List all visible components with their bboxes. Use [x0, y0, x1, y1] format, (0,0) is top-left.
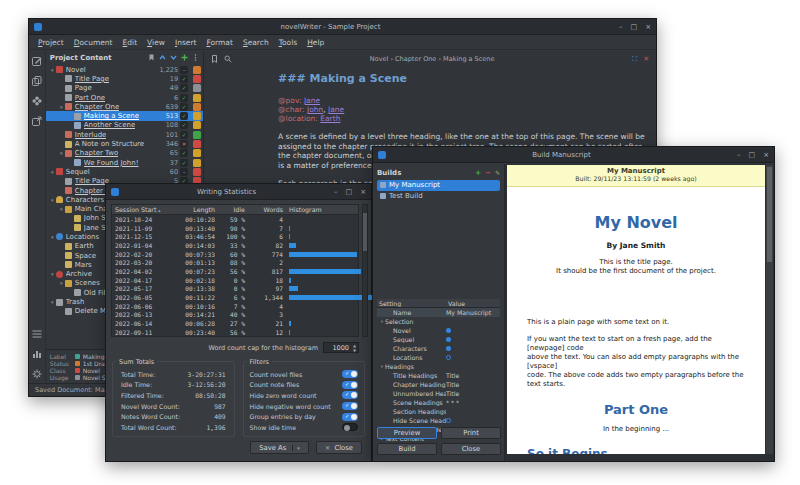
tree-row[interactable]: Title Page19✓: [46, 74, 203, 83]
sessions-table-header[interactable]: Session Start ▴LengthIdleWordsHistogram: [112, 205, 358, 215]
menu-tools[interactable]: Tools: [274, 38, 302, 47]
session-row[interactable]: 2021-10-2400:10:2859 %4: [112, 215, 358, 224]
keyword-value[interactable]: John: [307, 105, 323, 114]
tree-row[interactable]: ▾Sequel60–: [46, 167, 203, 176]
build-list-item[interactable]: My Manuscript: [377, 180, 500, 191]
session-row[interactable]: 2022-06-1400:06:2827 %21: [112, 319, 358, 328]
tree-row[interactable]: Page49✓: [46, 84, 203, 93]
menu-edit[interactable]: Edit: [118, 38, 143, 47]
active-flag-icon[interactable]: ✓: [178, 94, 190, 102]
tree-row[interactable]: Interlude101✓: [46, 130, 203, 139]
tree-row[interactable]: Part One6✓: [46, 93, 203, 102]
active-flag-icon[interactable]: ✕: [178, 140, 190, 148]
preview-scrollbar[interactable]: [766, 165, 773, 454]
focus-mode-icon[interactable]: ⛶: [632, 55, 637, 63]
close-button[interactable]: × Close: [316, 441, 362, 454]
value-column-header[interactable]: Value: [446, 300, 500, 307]
close-icon[interactable]: ×: [360, 188, 366, 196]
bookmark-icon[interactable]: [148, 54, 155, 61]
menu-project[interactable]: Project: [33, 38, 69, 47]
table-scrollbar[interactable]: [362, 204, 368, 337]
menu-search[interactable]: Search: [238, 38, 274, 47]
minimize-icon[interactable]: –: [619, 23, 623, 31]
tree-row[interactable]: ▾Novel1,225–: [46, 65, 203, 74]
session-row[interactable]: 2022-04-0200:07:2356 %817: [112, 267, 358, 276]
setting-row[interactable]: Novel: [377, 326, 500, 335]
writing-stats-icon[interactable]: [32, 349, 42, 359]
setting-row[interactable]: NameMy Manuscript: [377, 308, 500, 317]
column-header-idle[interactable]: Idle: [218, 206, 248, 213]
keyword-value[interactable]: Jane: [304, 96, 320, 105]
edit-build-icon[interactable]: ✎: [495, 169, 500, 177]
active-flag-icon[interactable]: ✓: [178, 131, 190, 139]
session-row[interactable]: 2022-01-0400:14:0333 %82: [112, 241, 358, 250]
menu-view[interactable]: View: [142, 38, 170, 47]
active-flag-icon[interactable]: ✓: [178, 159, 190, 167]
tree-row[interactable]: We Found John!37✓: [46, 158, 203, 167]
session-row[interactable]: 2022-06-0500:11:226 %1,344: [112, 293, 358, 302]
preview-button[interactable]: Preview: [377, 427, 437, 439]
column-header-words[interactable]: Words: [248, 206, 286, 213]
save-as-button[interactable]: Save As ▾: [250, 441, 309, 454]
close-document-icon[interactable]: ✕: [643, 55, 649, 63]
minimize-icon[interactable]: –: [334, 188, 338, 196]
column-header-length[interactable]: Length: [170, 206, 218, 213]
tree-row[interactable]: Another Scene108✓: [46, 121, 203, 130]
toggle-switch[interactable]: ✓: [342, 413, 358, 421]
active-flag-icon[interactable]: –: [178, 66, 190, 74]
active-flag-icon[interactable]: ✓: [178, 112, 190, 120]
move-down-icon[interactable]: [170, 54, 177, 61]
setting-row[interactable]: Sequel: [377, 335, 500, 344]
toggle-switch[interactable]: ✓: [342, 402, 358, 410]
close-button[interactable]: Close: [441, 443, 501, 455]
edit-document-icon[interactable]: [32, 56, 42, 66]
close-icon[interactable]: ×: [645, 23, 651, 31]
setting-row[interactable]: Unnumbered HeadingsTitle: [377, 389, 500, 398]
outline-export-icon[interactable]: [32, 116, 42, 126]
session-row[interactable]: 2021-11-0900:13:4090 %7: [112, 224, 358, 233]
add-build-icon[interactable]: +: [475, 169, 481, 177]
active-flag-icon[interactable]: ✓: [178, 75, 190, 83]
setting-row[interactable]: Title HeadingsTitle: [377, 371, 500, 380]
tree-row[interactable]: ▾Chapter Two65✓: [46, 149, 203, 158]
session-row[interactable]: 2022-09-1100:23:4056 %12: [112, 328, 358, 337]
setting-row[interactable]: Characters: [377, 344, 500, 353]
novel-view-icon[interactable]: [32, 96, 42, 106]
remove-build-icon[interactable]: −: [485, 169, 491, 177]
spinbox-arrows[interactable]: ▲▼: [353, 344, 356, 353]
active-flag-icon[interactable]: ✓: [178, 103, 190, 111]
save-as-dropdown-icon[interactable]: ▾: [292, 445, 300, 451]
sessions-table[interactable]: Session Start ▴LengthIdleWordsHistogram …: [111, 204, 359, 337]
column-header-session-start[interactable]: Session Start ▴: [112, 206, 170, 213]
project-tree-icon[interactable]: [32, 76, 42, 86]
maximize-icon[interactable]: □: [346, 188, 353, 196]
active-flag-icon[interactable]: ✓: [178, 84, 190, 92]
session-row[interactable]: 2022-03-2000:01:1388 %2: [112, 258, 358, 267]
active-flag-icon[interactable]: ✓: [178, 121, 190, 129]
histogram-cap-spinbox[interactable]: 1000 ▲▼: [323, 342, 359, 353]
session-row[interactable]: 2022-04-1700:02:180 %18: [112, 276, 358, 285]
search-icon[interactable]: [224, 55, 232, 63]
settings-gear-icon[interactable]: [32, 369, 42, 379]
minimize-icon[interactable]: –: [737, 151, 741, 159]
toggle-switch[interactable]: ✓: [342, 370, 358, 378]
setting-row[interactable]: Hide Scene Headings: [377, 416, 500, 425]
column-header-histogram[interactable]: Histogram: [286, 206, 358, 213]
maximize-icon[interactable]: □: [631, 23, 638, 31]
toggle-switch[interactable]: ✓: [342, 381, 358, 389]
setting-row[interactable]: Section Headings: [377, 407, 500, 416]
add-item-icon[interactable]: [181, 54, 188, 61]
close-icon[interactable]: ×: [763, 151, 769, 159]
setting-row[interactable]: ▾Headings: [377, 362, 500, 371]
setting-column-header[interactable]: Setting: [377, 300, 446, 307]
toggle-switch[interactable]: [342, 423, 358, 431]
session-row[interactable]: 2022-05-1700:13:380 %97: [112, 285, 358, 294]
move-up-icon[interactable]: [159, 54, 166, 61]
menu-format[interactable]: Format: [201, 38, 237, 47]
menu-document[interactable]: Document: [69, 38, 118, 47]
kebab-menu-icon[interactable]: [192, 54, 199, 61]
manuscript-preview-page[interactable]: My NovelBy Jane SmithThis is the title p…: [507, 187, 765, 454]
keyword-value[interactable]: Jane: [328, 105, 344, 114]
session-row[interactable]: 2021-12-1503:46:54100 %6: [112, 232, 358, 241]
build-list-item[interactable]: Test Build: [377, 191, 500, 202]
